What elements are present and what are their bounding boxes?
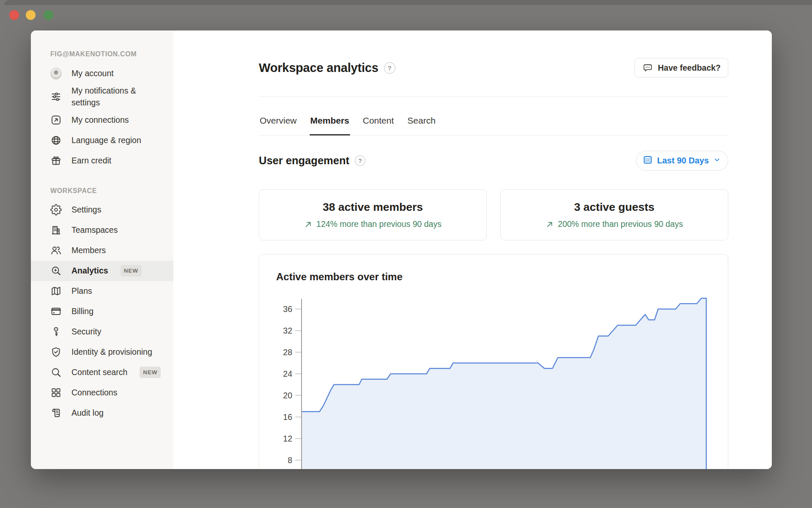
sidebar-item-my-connections[interactable]: My connections <box>31 110 173 130</box>
magnifier-sparkle-icon <box>50 265 62 276</box>
sidebar-item-label: Billing <box>71 305 93 317</box>
sidebar-item-identity-provisioning[interactable]: Identity & provisioning <box>31 342 173 362</box>
zoom-window-button[interactable] <box>44 10 53 20</box>
date-range-dropdown[interactable]: Last 90 Days <box>636 151 728 171</box>
y-axis-tick-mark <box>295 352 301 353</box>
gift-icon <box>50 155 62 166</box>
sidebar-item-label: Settings <box>71 204 101 215</box>
chart-title: Active members over time <box>259 254 728 283</box>
y-axis-tick-mark <box>295 438 301 439</box>
chevron-down-icon <box>713 156 721 166</box>
sidebar-item-label: My account <box>71 67 114 79</box>
sliders-icon <box>50 91 62 102</box>
active-members-chart-card: Active members over time 363228242016128 <box>259 254 728 469</box>
date-range-label: Last 90 Days <box>657 156 709 166</box>
tab-content[interactable]: Content <box>362 97 395 135</box>
sidebar-item-analytics[interactable]: AnalyticsNEW <box>31 261 173 281</box>
chat-bubble-icon <box>642 62 653 74</box>
workspace-section-label: WORKSPACE <box>31 187 173 195</box>
help-icon[interactable]: ? <box>384 62 395 74</box>
y-axis-tick-label: 20 <box>259 391 292 400</box>
stat-card-38-active-members: 38 active members124% more than previous… <box>259 189 487 240</box>
credit-card-icon <box>50 306 62 317</box>
globe-icon <box>50 135 62 146</box>
stat-value: 3 active guests <box>574 201 654 214</box>
chart-plot-area: 363228242016128 <box>259 293 728 469</box>
stat-card-3-active-guests: 3 active guests200% more than previous 9… <box>500 189 728 240</box>
account-section-list: My accountMy notifications & settingsMy … <box>31 63 173 171</box>
new-badge: NEW <box>121 265 142 276</box>
map-icon <box>50 285 62 297</box>
stat-delta-label: 124% more than previous 90 days <box>316 219 442 229</box>
sidebar-item-label: Members <box>71 244 106 256</box>
stat-cards-row: 38 active members124% more than previous… <box>259 189 728 240</box>
sidebar-item-billing[interactable]: Billing <box>31 301 173 322</box>
sidebar-item-settings[interactable]: Settings <box>31 200 173 220</box>
sidebar-item-security[interactable]: Security <box>31 322 173 342</box>
arrow-up-right-box-icon <box>50 114 62 126</box>
background-window-edge <box>4 0 812 5</box>
y-axis-tick-mark <box>295 309 301 309</box>
tab-members[interactable]: Members <box>310 97 350 135</box>
sidebar-item-label: My connections <box>71 114 129 126</box>
sidebar-item-label: Identity & provisioning <box>71 346 152 358</box>
user-engagement-title: User engagement <box>259 155 349 167</box>
sidebar-item-label: Teamspaces <box>71 224 118 236</box>
y-axis-tick-label: 28 <box>259 348 292 357</box>
sidebar-item-members[interactable]: Members <box>31 240 173 261</box>
sidebar-item-content-search[interactable]: Content searchNEW <box>31 362 173 383</box>
workspace-section-list: SettingsTeamspacesMembersAnalyticsNEWPla… <box>31 200 173 423</box>
y-axis-tick-mark <box>295 417 301 417</box>
account-email-label: FIG@MAKENOTION.COM <box>31 50 173 58</box>
area-chart <box>302 293 728 469</box>
sidebar-item-label: Language & region <box>71 134 141 146</box>
close-window-button[interactable] <box>9 10 19 20</box>
sidebar-item-label: Security <box>71 326 101 337</box>
sidebar-item-connections[interactable]: Connections <box>31 383 173 403</box>
y-axis-tick-mark <box>295 460 301 461</box>
sidebar-item-plans[interactable]: Plans <box>31 281 173 301</box>
y-axis-tick-label: 36 <box>259 304 292 314</box>
sidebar-item-earn-credit[interactable]: Earn credit <box>31 151 173 171</box>
stat-delta: 124% more than previous 90 days <box>304 219 442 229</box>
y-axis-tick-label: 16 <box>259 412 292 422</box>
grid-icon <box>50 387 62 398</box>
settings-sidebar: FIG@MAKENOTION.COM My accountMy notifica… <box>31 30 173 469</box>
page-title: Workspace analytics <box>259 61 379 75</box>
notion-settings-dialog: FIG@MAKENOTION.COM My accountMy notifica… <box>31 30 772 469</box>
magnifier-icon <box>50 367 62 378</box>
scroll-icon <box>50 407 62 419</box>
y-axis-tick-mark <box>295 330 301 331</box>
calendar-icon <box>642 155 653 167</box>
key-icon <box>50 326 62 337</box>
sidebar-item-label: Content search <box>71 366 127 378</box>
sidebar-item-label: Plans <box>71 285 92 297</box>
analytics-tab-bar: OverviewMembersContentSearch <box>259 97 728 135</box>
new-badge: NEW <box>140 367 161 378</box>
stat-value: 38 active members <box>323 201 423 214</box>
y-axis-tick-mark <box>295 373 301 374</box>
building-icon <box>50 224 62 236</box>
sidebar-item-my-account[interactable]: My account <box>31 63 173 83</box>
sidebar-item-label: Earn credit <box>71 155 111 166</box>
sidebar-item-audit-log[interactable]: Audit log <box>31 403 173 423</box>
avatar-icon <box>50 68 62 79</box>
stat-delta: 200% more than previous 90 days <box>546 219 683 229</box>
help-icon[interactable]: ? <box>355 155 365 166</box>
sidebar-item-teamspaces[interactable]: Teamspaces <box>31 220 173 240</box>
shield-check-icon <box>50 346 62 358</box>
minimize-window-button[interactable] <box>26 10 36 20</box>
sidebar-item-label: Audit log <box>71 407 104 419</box>
tab-search[interactable]: Search <box>406 97 436 135</box>
have-feedback-label: Have feedback? <box>658 63 721 73</box>
arrow-up-right-icon <box>304 220 313 229</box>
gear-icon <box>50 204 62 215</box>
sidebar-item-label: Connections <box>71 387 117 398</box>
people-icon <box>50 245 62 256</box>
settings-main-panel: Workspace analytics ? Have feedback? Ove… <box>173 30 772 469</box>
tab-overview[interactable]: Overview <box>259 97 298 135</box>
y-axis-tick-mark <box>295 395 301 396</box>
have-feedback-button[interactable]: Have feedback? <box>634 58 729 77</box>
sidebar-item-language-region[interactable]: Language & region <box>31 130 173 151</box>
sidebar-item-my-notifications-settings[interactable]: My notifications & settings <box>31 83 173 110</box>
